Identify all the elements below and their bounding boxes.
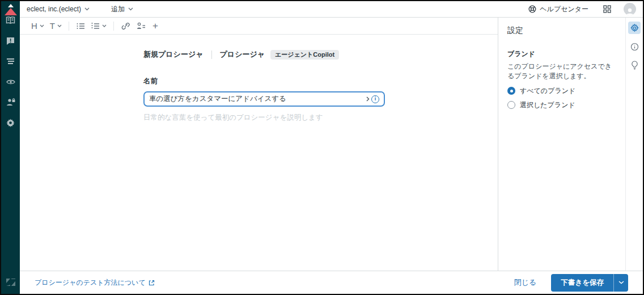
save-draft-split-button: 下書きを保存: [551, 274, 628, 292]
name-input[interactable]: [149, 95, 366, 103]
radio-all-brands[interactable]: すべてのブランド: [507, 86, 616, 96]
save-options-caret-button[interactable]: [613, 274, 628, 292]
settings-gear-icon[interactable]: [628, 22, 641, 34]
editor-toolbar: H T: [20, 18, 498, 35]
test-procedure-help-link[interactable]: プロシージャのテスト方法について: [35, 278, 155, 288]
toolbar-divider: [113, 22, 114, 31]
name-help-text: 日常的な言葉を使って最初のプロシージャを説明します: [143, 113, 498, 123]
info-circle-icon[interactable]: [628, 40, 641, 53]
body-region: H T: [20, 18, 643, 271]
account-switcher[interactable]: eclect, inc.(eclect): [27, 5, 90, 13]
help-center-button[interactable]: ヘルプセンター: [528, 5, 588, 14]
account-label: eclect, inc.(eclect): [27, 5, 81, 13]
queue-lines-icon[interactable]: [6, 57, 16, 66]
bullet-list-icon[interactable]: [73, 23, 88, 30]
close-button[interactable]: 閉じる: [514, 277, 537, 288]
radio-unselected-icon[interactable]: [507, 101, 515, 109]
knowledge-book-icon[interactable]: [6, 16, 16, 25]
chevron-down-icon: [102, 24, 107, 27]
breadcrumb: 新規プロシージャ プロシージャ エージェントCopilot: [143, 49, 498, 60]
editor-content: 新規プロシージャ プロシージャ エージェントCopilot 名前 i: [20, 35, 498, 123]
brand-label: ブランド: [507, 49, 616, 59]
toolbar-divider: [69, 22, 69, 31]
link-icon[interactable]: [118, 22, 133, 30]
breadcrumb-section: プロシージャ: [220, 49, 265, 60]
life-buoy-icon: [528, 5, 536, 13]
eye-icon[interactable]: [6, 77, 16, 86]
workspace-logo-icon[interactable]: [5, 4, 17, 16]
chevron-down-icon: [84, 7, 90, 11]
add-menu-button[interactable]: 追加: [111, 5, 133, 14]
settings-title: 設定: [507, 26, 616, 36]
gear-icon[interactable]: [6, 118, 16, 127]
main-column: eclect, inc.(eclect) 追加: [20, 1, 643, 294]
top-bar: eclect, inc.(eclect) 追加: [20, 1, 643, 18]
radio-selected-brands[interactable]: 選択したブランド: [507, 100, 616, 110]
input-adornment: i: [366, 95, 379, 103]
text-style-label: T: [50, 21, 55, 31]
footer-bar: プロシージャのテスト方法について 閉じる 下書きを保存: [20, 271, 643, 294]
page-title: 新規プロシージャ: [143, 49, 204, 60]
zendesk-logo-icon[interactable]: [6, 278, 15, 288]
heading-label: H: [31, 21, 37, 31]
product-sidebar: [1, 1, 20, 294]
people-lock-icon[interactable]: [6, 98, 16, 107]
insert-plus-button[interactable]: +: [149, 21, 162, 31]
help-center-label: ヘルプセンター: [540, 5, 588, 14]
heading-style-button[interactable]: H: [28, 21, 47, 31]
text-style-button[interactable]: T: [47, 21, 65, 31]
chevron-down-icon: [40, 24, 44, 27]
name-field-label: 名前: [143, 77, 498, 86]
save-draft-button[interactable]: 下書きを保存: [551, 274, 613, 292]
radio-selected-icon[interactable]: [507, 87, 515, 95]
chevron-down-icon: [57, 24, 62, 27]
context-icon-rail: [625, 18, 643, 271]
feedback-bubble-icon[interactable]: [6, 36, 16, 45]
external-link-icon: [149, 280, 155, 286]
user-avatar[interactable]: [624, 3, 636, 15]
breadcrumb-divider: [211, 50, 212, 59]
mention-person-icon[interactable]: [133, 22, 149, 30]
apps-grid-icon[interactable]: [603, 5, 611, 13]
agent-copilot-badge: エージェントCopilot: [270, 50, 339, 60]
ordered-list-button[interactable]: [88, 23, 109, 30]
app-window: eclect, inc.(eclect) 追加: [0, 0, 644, 295]
brand-description: このプロシージャにアクセスできるブランドを選択します。: [507, 62, 616, 82]
chevron-right-icon: [366, 96, 370, 102]
settings-panel: 設定 ブランド このプロシージャにアクセスできるブランドを選択します。 すべての…: [498, 18, 625, 271]
info-circle-icon[interactable]: i: [371, 95, 379, 103]
lightbulb-icon[interactable]: [628, 59, 641, 71]
editor-column: H T: [20, 18, 498, 271]
add-label: 追加: [111, 5, 125, 14]
name-input-container: i: [143, 91, 385, 107]
chevron-down-icon: [128, 7, 133, 11]
